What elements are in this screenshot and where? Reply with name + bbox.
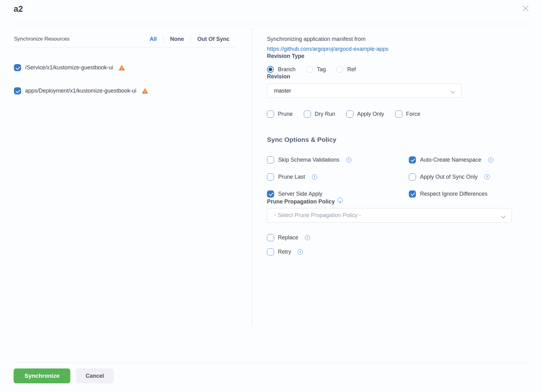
tab-separator: [163, 35, 164, 43]
info-icon[interactable]: [305, 235, 310, 240]
radio-button[interactable]: [306, 66, 313, 73]
radio-label: Ref: [347, 66, 356, 73]
option-label: Server Side Apply: [278, 191, 322, 197]
option-checkbox[interactable]: [409, 190, 416, 198]
option-label: Prune Last: [278, 174, 305, 180]
tab-out-of-sync[interactable]: Out Of Sync: [197, 36, 229, 42]
resource-name: apps/Deployment/x1/kustomize-guestbook-u…: [25, 88, 136, 94]
option-checkbox[interactable]: [267, 190, 274, 198]
close-icon[interactable]: [522, 4, 530, 12]
resources-panel: Synchronize Resources All None Out Of Sy…: [0, 24, 252, 255]
revision-value: master: [274, 88, 291, 94]
option-label: Apply Out of Sync Only: [420, 174, 478, 180]
option-checkbox[interactable]: [409, 156, 416, 163]
cancel-button[interactable]: Cancel: [76, 368, 114, 383]
resource-checkbox[interactable]: [14, 64, 21, 71]
sync-flags-group: Prune Dry Run Apply Only Force: [267, 110, 542, 118]
option-checkbox[interactable]: [267, 156, 274, 163]
revision-type-ref: Ref: [336, 66, 356, 73]
flag-checkbox[interactable]: [267, 111, 274, 118]
synchronize-button[interactable]: Synchronize: [14, 368, 70, 383]
revision-type-branch: Branch: [267, 66, 295, 73]
flag-force: Force: [395, 111, 420, 118]
sync-options-grid: Skip Schema Validations Auto-Create Name…: [267, 156, 542, 198]
tab-separator: [190, 35, 191, 43]
section-divider: [14, 47, 236, 47]
revision-type-tag: Tag: [306, 66, 326, 73]
extra-checkbox[interactable]: [267, 248, 274, 255]
flag-label: Apply Only: [357, 111, 384, 117]
flag-dry-run: Dry Run: [304, 111, 335, 118]
flag-checkbox[interactable]: [395, 111, 402, 118]
prune-policy-select[interactable]: - Select Prune Propagation Policy -: [267, 208, 512, 223]
resource-checkbox[interactable]: [14, 87, 21, 94]
prune-policy-placeholder: - Select Prune Propagation Policy -: [274, 212, 361, 219]
resource-row: apps/Deployment/x1/kustomize-guestbook-u…: [14, 87, 252, 94]
info-icon[interactable]: [298, 249, 303, 255]
synchronize-resources-label: Synchronize Resources: [14, 36, 70, 42]
flag-prune: Prune: [267, 111, 293, 118]
option-retry: Retry: [267, 248, 542, 255]
warning-icon: [119, 65, 125, 71]
dialog-header: a2: [14, 0, 528, 24]
revision-type-heading: Revision Type: [267, 53, 542, 59]
flag-label: Prune: [278, 111, 293, 117]
chevron-down-icon: [501, 214, 505, 220]
resource-row: /Service/x1/kustomize-guestbook-ui: [14, 64, 252, 71]
option-prune-last: Prune Last: [267, 173, 409, 181]
option-checkbox[interactable]: [409, 173, 416, 181]
panel-divider: [252, 28, 252, 326]
flag-apply-only: Apply Only: [346, 111, 384, 118]
tab-all[interactable]: All: [150, 36, 157, 42]
manifest-source-label: Synchronizing application manifest from: [267, 35, 542, 43]
revision-type-group: Branch Tag Ref: [267, 66, 542, 73]
sync-settings-panel: Synchronizing application manifest from …: [252, 24, 542, 255]
option-label: Respect Ignore Differences: [420, 191, 487, 197]
option-auto-create-namespace: Auto-Create Namespace: [409, 156, 542, 163]
tab-none[interactable]: None: [170, 36, 184, 42]
option-replace: Replace: [267, 234, 542, 241]
extra-label: Retry: [278, 249, 291, 255]
flag-checkbox[interactable]: [304, 111, 311, 118]
info-icon[interactable]: [338, 198, 343, 203]
flag-label: Force: [406, 111, 420, 117]
flag-checkbox[interactable]: [346, 111, 353, 118]
option-skip-schema-validations: Skip Schema Validations: [267, 156, 409, 163]
option-apply-out-of-sync-only: Apply Out of Sync Only: [409, 173, 542, 181]
option-label: Skip Schema Validations: [278, 157, 339, 163]
sync-options-heading: Sync Options & Policy: [267, 136, 542, 144]
info-icon[interactable]: [346, 157, 352, 163]
warning-icon: [142, 88, 148, 94]
info-icon[interactable]: [312, 174, 317, 180]
radio-button[interactable]: [267, 66, 274, 73]
option-checkbox[interactable]: [267, 173, 274, 181]
info-icon[interactable]: [488, 157, 493, 163]
page-title: a2: [14, 4, 23, 14]
option-label: Auto-Create Namespace: [420, 157, 481, 163]
flag-label: Dry Run: [315, 111, 335, 117]
resource-name: /Service/x1/kustomize-guestbook-ui: [25, 64, 113, 71]
extra-checkbox[interactable]: [267, 234, 274, 241]
revision-heading: Revision: [267, 73, 542, 80]
extra-label: Replace: [278, 234, 298, 241]
prune-policy-label: Prune Propagation Policy: [267, 198, 335, 205]
manifest-repo-link[interactable]: https://github.com/argoproj/argocd-examp…: [267, 45, 542, 53]
prune-policy-heading: Prune Propagation Policy: [267, 198, 542, 205]
radio-label: Branch: [278, 66, 295, 73]
option-respect-ignore-differences: Respect Ignore Differences: [409, 190, 542, 198]
radio-label: Tag: [317, 66, 326, 73]
dialog-footer: Synchronize Cancel: [0, 363, 542, 383]
revision-select[interactable]: master: [267, 84, 461, 98]
info-icon[interactable]: [484, 174, 490, 180]
resource-filter-tabs: All None Out Of Sync: [150, 35, 236, 43]
radio-button[interactable]: [336, 66, 343, 73]
chevron-down-icon: [451, 89, 455, 95]
option-server-side-apply: Server Side Apply: [267, 190, 409, 198]
